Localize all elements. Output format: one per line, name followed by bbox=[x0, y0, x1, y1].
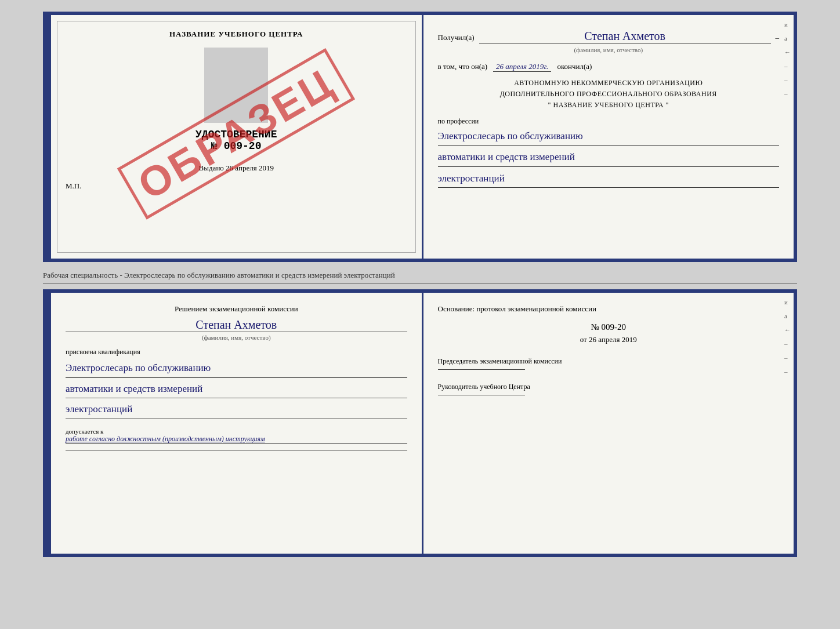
top-left-page: НАЗВАНИЕ УЧЕБНОГО ЦЕНТРА УДОСТОВЕРЕНИЕ №… bbox=[51, 15, 423, 259]
completed-label: окончил(а) bbox=[557, 62, 592, 71]
director-block: Руководитель учебного Центра bbox=[438, 381, 780, 395]
mp-line: М.П. bbox=[66, 181, 407, 191]
photo-placeholder bbox=[204, 48, 268, 123]
profession-label: по профессии bbox=[438, 117, 780, 126]
top-title: НАЗВАНИЕ УЧЕБНОГО ЦЕНТРА bbox=[66, 30, 407, 39]
allowed-value: работе согласно должностным (производств… bbox=[66, 435, 407, 444]
top-booklet: НАЗВАНИЕ УЧЕБНОГО ЦЕНТРА УДОСТОВЕРЕНИЕ №… bbox=[43, 12, 797, 262]
bottom-side-marks: и а ← – – – bbox=[784, 299, 791, 375]
allowed-label: допускается к работе согласно должностны… bbox=[66, 428, 407, 444]
profession-line2: автоматики и средств измерений bbox=[438, 148, 780, 167]
org-line2: ДОПОЛНИТЕЛЬНОГО ПРОФЕССИОНАЛЬНОГО ОБРАЗО… bbox=[500, 90, 717, 98]
commission-name: Степан Ахметов bbox=[66, 318, 407, 332]
bottom-right-page: Основание: протокол экзаменационной коми… bbox=[423, 293, 794, 554]
director-signature-line bbox=[438, 395, 525, 395]
side-marks: и а ← – – – bbox=[784, 21, 791, 97]
chairman-block: Председатель экзаменационной комиссии bbox=[438, 356, 780, 370]
org-line1: АВТОНОМНУЮ НЕКОММЕРЧЕСКУЮ ОРГАНИЗАЦИЮ bbox=[514, 79, 703, 87]
date-prefix: в том, что он(а) bbox=[438, 62, 488, 71]
dash: – bbox=[776, 33, 780, 42]
cert-label: УДОСТОВЕРЕНИЕ bbox=[195, 129, 277, 140]
bottom-line bbox=[66, 450, 407, 450]
cert-label-number: УДОСТОВЕРЕНИЕ № 009-20 bbox=[66, 129, 407, 152]
qualification-label: присвоена квалификация bbox=[66, 348, 407, 357]
chairman-signature-line bbox=[438, 369, 525, 370]
bottom-left-page: Решением экзаменационной комиссии Степан… bbox=[51, 293, 423, 554]
subtitle-text: Рабочая специальность - Электрослесарь п… bbox=[43, 268, 797, 283]
org-block: АВТОНОМНУЮ НЕКОММЕРЧЕСКУЮ ОРГАНИЗАЦИЮ ДО… bbox=[438, 78, 780, 111]
protocol-date: от 26 апреля 2019 bbox=[438, 335, 780, 344]
protocol-number: № 009-20 bbox=[438, 322, 780, 332]
director-label: Руководитель учебного Центра bbox=[438, 383, 530, 391]
profession-line3: электростанций bbox=[438, 170, 780, 188]
bottom-spine bbox=[46, 293, 51, 554]
name-subtitle: (фамилия, имя, отчество) bbox=[438, 46, 780, 53]
qualification-line1: Электрослесарь по обслуживанию bbox=[66, 359, 407, 378]
top-right-page: Получил(а) Степан Ахметов – (фамилия, им… bbox=[423, 15, 794, 259]
commission-title: Решением экзаменационной комиссии bbox=[66, 304, 407, 314]
recipient-name: Степан Ахметов bbox=[479, 30, 771, 43]
issued-date: Выдано 26 апреля 2019 bbox=[66, 163, 407, 173]
date-line: в том, что он(а) 26 апреля 2019г. окончи… bbox=[438, 62, 780, 72]
received-line: Получил(а) Степан Ахметов – bbox=[438, 30, 780, 43]
qualification-line3: электростанций bbox=[66, 401, 407, 419]
received-label: Получил(а) bbox=[438, 33, 475, 42]
booklet-spine bbox=[46, 15, 51, 259]
date-value: 26 апреля 2019г. bbox=[493, 62, 551, 72]
bottom-name-subtitle: (фамилия, имя, отчество) bbox=[66, 334, 407, 341]
profession-line1: Электрослесарь по обслуживанию bbox=[438, 128, 780, 146]
basis-label: Основание: протокол экзаменационной коми… bbox=[438, 304, 780, 314]
qualification-line2: автоматики и средств измерений bbox=[66, 380, 407, 399]
chairman-label: Председатель экзаменационной комиссии bbox=[438, 357, 562, 365]
cert-number: № 009-20 bbox=[211, 140, 261, 152]
bottom-booklet: Решением экзаменационной комиссии Степан… bbox=[43, 289, 797, 557]
org-line3: " НАЗВАНИЕ УЧЕБНОГО ЦЕНТРА " bbox=[548, 101, 669, 109]
